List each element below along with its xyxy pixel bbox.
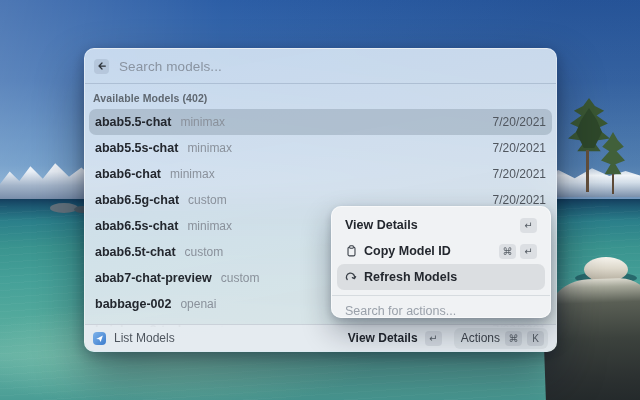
model-provider: minimax bbox=[180, 115, 225, 129]
model-provider: minimax bbox=[187, 141, 232, 155]
command-key-icon: ⌘ bbox=[505, 331, 522, 346]
model-date: 7/20/2021 bbox=[493, 167, 546, 181]
menu-item-label: Copy Model ID bbox=[364, 244, 451, 258]
refresh-icon bbox=[345, 271, 357, 283]
menu-item-label: View Details bbox=[345, 218, 418, 232]
model-name: abab6.5s-chat bbox=[95, 219, 178, 233]
model-name: babbage-002 bbox=[95, 297, 171, 311]
extension-icon bbox=[93, 332, 106, 345]
actions-button-label: Actions bbox=[461, 331, 500, 345]
back-button[interactable] bbox=[94, 59, 109, 74]
model-date: 7/20/2021 bbox=[493, 193, 546, 207]
model-name: abab5.5s-chat bbox=[95, 141, 178, 155]
return-key-icon: ↵ bbox=[520, 218, 537, 233]
model-name: abab5.5-chat bbox=[95, 115, 171, 129]
model-date: 7/20/2021 bbox=[493, 115, 546, 129]
menu-item[interactable]: Copy Model ID ⌘↵ bbox=[337, 238, 545, 264]
k-key-icon: K bbox=[527, 331, 544, 346]
model-name: abab6.5g-chat bbox=[95, 193, 179, 207]
footer-primary-action[interactable]: View Details bbox=[348, 331, 418, 345]
clipboard-icon bbox=[345, 245, 357, 257]
menu-item[interactable]: View Details ↵ bbox=[337, 212, 545, 238]
model-row[interactable]: abab6-chat minimax 7/20/2021 bbox=[89, 161, 552, 187]
actions-menu: View Details ↵ Copy Model ID ⌘↵ Refresh … bbox=[331, 206, 551, 318]
model-date: 7/20/2021 bbox=[493, 141, 546, 155]
model-name: abab6-chat bbox=[95, 167, 161, 181]
model-provider: custom bbox=[185, 245, 224, 259]
command-key-icon: ⌘ bbox=[499, 244, 516, 259]
model-provider: custom bbox=[188, 193, 227, 207]
model-provider: openai bbox=[180, 297, 216, 311]
footer: List Models View Details ↵ Actions ⌘ K bbox=[85, 324, 556, 351]
return-key-icon: ↵ bbox=[520, 244, 537, 259]
extension-label: List Models bbox=[114, 331, 175, 345]
menu-item[interactable]: Refresh Models bbox=[337, 264, 545, 290]
section-header: Available Models (402) bbox=[93, 92, 548, 104]
model-row[interactable]: abab5.5-chat minimax 7/20/2021 bbox=[89, 109, 552, 135]
actions-button[interactable]: Actions ⌘ K bbox=[454, 328, 548, 349]
return-key-icon: ↵ bbox=[425, 331, 442, 346]
model-provider: minimax bbox=[187, 219, 232, 233]
model-name: abab6.5t-chat bbox=[95, 245, 176, 259]
menu-item-label: Refresh Models bbox=[364, 270, 457, 284]
arrow-left-icon bbox=[97, 61, 107, 71]
model-provider: custom bbox=[221, 271, 260, 285]
wallpaper-pine-trunk bbox=[612, 174, 614, 194]
menu-item-shortcut: ⌘↵ bbox=[499, 244, 537, 259]
search-input[interactable]: Search models... bbox=[119, 59, 222, 74]
search-bar: Search models... bbox=[85, 49, 556, 84]
desktop: Search models... Available Models (402) … bbox=[0, 0, 640, 400]
model-row[interactable]: abab5.5s-chat minimax 7/20/2021 bbox=[89, 135, 552, 161]
wallpaper-pine-trunk bbox=[586, 150, 589, 192]
model-provider: minimax bbox=[170, 167, 215, 181]
menu-item-shortcut: ↵ bbox=[520, 218, 537, 233]
actions-search-input[interactable]: Search for actions... bbox=[332, 296, 550, 318]
model-name: abab7-chat-preview bbox=[95, 271, 212, 285]
